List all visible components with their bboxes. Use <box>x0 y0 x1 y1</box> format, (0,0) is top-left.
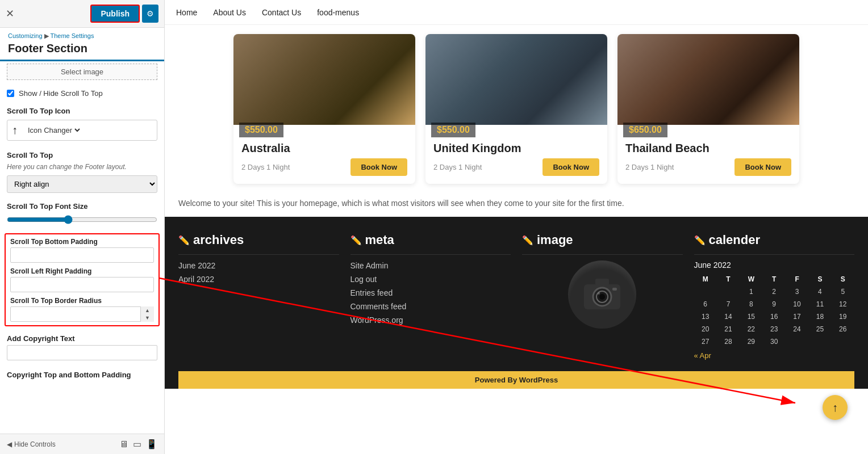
svg-rect-6 <box>612 288 617 291</box>
card-image-thailand <box>617 34 799 125</box>
gear-button[interactable]: ⚙ <box>142 5 158 23</box>
cal-header-w: W <box>740 273 762 285</box>
bottom-bar: ◀ Hide Controls 🖥 ▭ 📱 <box>0 434 164 454</box>
scroll-to-top-label: Scroll To Top <box>0 145 164 162</box>
device-icons: 🖥 ▭ 📱 <box>119 439 157 449</box>
list-item: Entries feed <box>350 288 511 298</box>
scroll-left-right-label: Scroll Left Right Padding <box>10 267 154 275</box>
card-uk: $550.00 United Kingdom 2 Days 1 Night Bo… <box>425 34 607 184</box>
font-size-slider-row <box>0 213 164 231</box>
footer-layout-hint: Here you can change the Footer layout. <box>0 162 164 173</box>
meta-wordpress[interactable]: WordPress.org <box>350 316 403 325</box>
nav-about[interactable]: About Us <box>213 8 246 17</box>
scroll-left-right-input[interactable]: 10 <box>10 277 154 292</box>
show-hide-checkbox[interactable] <box>7 90 14 97</box>
archives-edit-icon[interactable]: ✏️ <box>178 235 190 246</box>
card-days-thailand: 2 Days 1 Night <box>625 163 674 171</box>
camera-image <box>568 260 636 329</box>
cards-row: $550.00 Australia 2 Days 1 Night Book No… <box>165 25 868 190</box>
customizing-link[interactable]: Customizing <box>8 32 43 39</box>
cal-header-m: M <box>694 273 717 285</box>
cal-header-t2: T <box>763 273 786 285</box>
archives-june[interactable]: June 2022 <box>178 261 215 270</box>
font-size-label: Scroll To Top Font Size <box>0 197 164 213</box>
scroll-bottom-padding-label: Scroll Top Bottom Padding <box>10 238 154 246</box>
border-radius-wrap: 30 ▲ ▼ <box>10 306 154 322</box>
footer-image-col: ✏️ image <box>522 233 683 360</box>
calendar-edit-icon[interactable]: ✏️ <box>694 235 706 246</box>
panel-scrollable: Select image Show / Hide Scroll To Top S… <box>0 61 164 434</box>
border-radius-input[interactable]: 30 <box>10 306 154 322</box>
svg-point-5 <box>598 292 600 295</box>
card-body-thailand: Thailand Beach 2 Days 1 Night Book Now <box>617 137 799 184</box>
card-price-thailand: $650.00 <box>623 123 667 137</box>
archives-april[interactable]: April 2022 <box>178 275 214 284</box>
spinner-down[interactable]: ▼ <box>140 314 154 322</box>
card-meta-thailand: 2 Days 1 Night Book Now <box>625 158 791 176</box>
publish-button[interactable]: Publish <box>90 5 140 23</box>
card-body-uk: United Kingdom 2 Days 1 Night Book Now <box>425 137 607 184</box>
list-item: Site Admin <box>350 260 511 271</box>
copyright-padding-label: Copyright Top and Bottom Padding <box>0 365 164 381</box>
icon-changer-row: ↑ Icon Changer <box>7 120 157 141</box>
calendar-table: M T W T F S S 12345678910111213141516171… <box>694 273 855 348</box>
customizer-panel: ✕ Publish ⚙ Customizing ▶ Theme Settings… <box>0 0 165 454</box>
align-select[interactable]: Right align <box>7 175 157 193</box>
nav-home[interactable]: Home <box>176 8 197 17</box>
cal-header-f: F <box>786 273 808 285</box>
meta-siteadmin[interactable]: Site Admin <box>350 261 389 270</box>
calendar-nav: « Apr <box>694 351 855 360</box>
list-item: Comments feed <box>350 301 511 312</box>
list-item: April 2022 <box>178 274 339 284</box>
card-meta-australia: 2 Days 1 Night Book Now <box>241 158 407 176</box>
select-image-button[interactable]: Select image <box>7 64 157 80</box>
card-title-uk: United Kingdom <box>433 142 599 155</box>
scroll-top-button[interactable]: ↑ <box>823 395 848 420</box>
hide-controls-button[interactable]: ◀ Hide Controls <box>7 440 56 448</box>
meta-edit-icon[interactable]: ✏️ <box>350 235 362 246</box>
meta-list: Site Admin Log out Entries feed Comments… <box>350 260 511 325</box>
hide-controls-label: Hide Controls <box>14 440 56 448</box>
calendar-month: June 2022 <box>694 260 855 270</box>
book-button-uk[interactable]: Book Now <box>542 158 599 176</box>
nav-contact[interactable]: Contact Us <box>262 8 301 17</box>
svg-rect-1 <box>595 279 609 285</box>
footer-section: ✏️ archives June 2022 April 2022 ✏️ meta… <box>165 217 868 389</box>
card-image-uk <box>425 34 607 125</box>
list-item: WordPress.org <box>350 315 511 325</box>
copyright-label: Add Copyright Text <box>0 329 164 345</box>
icon-changer-select[interactable]: Icon Changer <box>26 125 82 135</box>
border-radius-label: Scroll To Top Border Radius <box>10 297 154 305</box>
card-title-australia: Australia <box>241 142 407 155</box>
meta-logout[interactable]: Log out <box>350 275 377 284</box>
scroll-bottom-padding-input[interactable]: 10 <box>10 247 154 263</box>
book-button-australia[interactable]: Book Now <box>350 158 407 176</box>
show-hide-row: Show / Hide Scroll To Top <box>0 86 164 101</box>
cal-header-s2: S <box>832 273 854 285</box>
book-button-thailand[interactable]: Book Now <box>735 158 791 176</box>
spinner-up[interactable]: ▲ <box>140 306 154 314</box>
calendar-title: ✏️ calender <box>694 233 855 247</box>
nav-food-menus[interactable]: food-menus <box>317 8 359 17</box>
font-size-slider[interactable] <box>7 215 157 224</box>
footer-archives-col: ✏️ archives June 2022 April 2022 <box>178 233 339 360</box>
card-price-australia: $550.00 <box>239 123 283 137</box>
card-thailand: $650.00 Thailand Beach 2 Days 1 Night Bo… <box>617 34 799 184</box>
desktop-icon[interactable]: 🖥 <box>119 439 128 449</box>
tablet-icon[interactable]: ▭ <box>133 439 141 449</box>
close-button[interactable]: ✕ <box>6 7 14 20</box>
card-title-thailand: Thailand Beach <box>625 142 791 155</box>
archives-list: June 2022 April 2022 <box>178 260 339 284</box>
site-preview: Home About Us Contact Us food-menus $550… <box>165 0 868 454</box>
theme-settings-link[interactable]: Theme Settings <box>50 32 94 39</box>
spinner-buttons: ▲ ▼ <box>140 306 154 322</box>
mobile-icon[interactable]: 📱 <box>146 439 157 449</box>
meta-entries[interactable]: Entries feed <box>350 288 393 297</box>
archives-title: ✏️ archives <box>178 233 339 247</box>
copyright-input[interactable] <box>7 345 157 360</box>
footer-calendar-col: ✏️ calender June 2022 M T W T F S <box>694 233 855 360</box>
chevron-left-icon: ◀ <box>7 440 12 448</box>
image-edit-icon[interactable]: ✏️ <box>522 235 533 246</box>
footer-grid: ✏️ archives June 2022 April 2022 ✏️ meta… <box>178 233 854 371</box>
meta-comments[interactable]: Comments feed <box>350 302 407 311</box>
